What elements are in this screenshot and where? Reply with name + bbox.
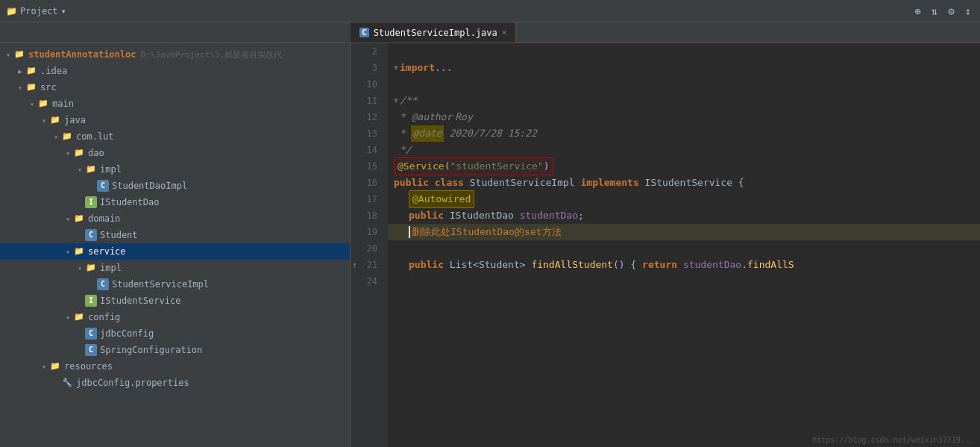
space-21b bbox=[526, 257, 532, 273]
comlut-arrow: ▾ bbox=[51, 133, 61, 141]
comment-text-19: 删除此处IStudentDao的set方法 bbox=[412, 224, 562, 240]
interface-name-16: IStudentService bbox=[645, 175, 732, 191]
service-annotation: @Service bbox=[398, 158, 445, 175]
project-icon: 📁 bbox=[6, 6, 17, 16]
jdbc-config-icon: C bbox=[85, 328, 97, 340]
student-service-impl-label: StudentServiceImpl bbox=[112, 279, 209, 290]
return-kw-21: return bbox=[642, 257, 677, 273]
line-num-12: 12 bbox=[351, 109, 382, 125]
code-line-17: @Autowired bbox=[388, 191, 980, 207]
brace-21: { bbox=[625, 257, 642, 273]
idea-label: .idea bbox=[40, 66, 67, 76]
jdbc-config-label: jdbcConfig bbox=[100, 328, 154, 339]
line-num-3: 3 bbox=[351, 60, 382, 76]
list-type-21: List<Student> bbox=[450, 257, 526, 273]
collapse-icon[interactable]: ↕ bbox=[962, 4, 974, 19]
autowired-annotation: @Autowired bbox=[412, 191, 471, 207]
line-num-24: 24 bbox=[351, 273, 382, 290]
code-line-21: public List<Student> findAllStudent() { … bbox=[388, 257, 980, 273]
tree-item-service[interactable]: ▾ 📁 service bbox=[0, 243, 350, 260]
top-bar: 📁 Project ▾ ⊕ ⇅ ⚙ ↕ bbox=[0, 0, 980, 22]
space-18b bbox=[514, 207, 520, 224]
tree-item-src[interactable]: ▾ 📁 src bbox=[0, 79, 350, 96]
author-tag: @author bbox=[411, 109, 452, 125]
code-line-13: * @date 2020/7/28 15:22 bbox=[388, 125, 980, 142]
tree-item-jdbc-properties[interactable]: 🔧 jdbcConfig.properties bbox=[0, 375, 350, 391]
tree-item-dao[interactable]: ▾ 📁 dao bbox=[0, 145, 350, 161]
code-line-2 bbox=[388, 43, 980, 60]
tree-item-resources[interactable]: ▾ 📁 resources bbox=[0, 358, 350, 375]
istudent-dao-label: IStudentDao bbox=[100, 197, 159, 207]
cursor bbox=[409, 226, 410, 238]
resources-arrow: ▾ bbox=[39, 363, 49, 371]
tree-item-student[interactable]: C Student bbox=[0, 227, 350, 243]
brace-16: { bbox=[732, 175, 744, 191]
space-16a bbox=[429, 175, 435, 191]
tree-item-student-service-impl[interactable]: C StudentServiceImpl bbox=[0, 276, 350, 293]
tree-item-spring-configuration[interactable]: C SpringConfiguration bbox=[0, 342, 350, 358]
service-label: service bbox=[88, 246, 126, 257]
service-string: "studentService" bbox=[450, 158, 543, 175]
autowired-box: @Autowired bbox=[409, 190, 474, 208]
tab-filename: StudentServiceImpl.java bbox=[374, 28, 497, 38]
sort-icon[interactable]: ⇅ bbox=[929, 4, 940, 19]
java-folder-icon: 📁 bbox=[49, 114, 61, 126]
code-lines-container[interactable]: ▼ import ... ▼ /** * @author Roy bbox=[388, 43, 980, 447]
comment-author-star: * bbox=[394, 109, 411, 125]
settings-icon[interactable]: ⚙ bbox=[945, 4, 957, 19]
comment-start: /** bbox=[400, 93, 417, 109]
tree-item-java[interactable]: ▾ 📁 java bbox=[0, 112, 350, 128]
date-tag-highlight: @date bbox=[411, 125, 443, 142]
line-num-17: 17 bbox=[351, 191, 382, 207]
space-21a bbox=[444, 257, 450, 273]
tree-item-main[interactable]: ▾ 📁 main bbox=[0, 96, 350, 112]
main-arrow: ▾ bbox=[27, 100, 37, 108]
code-line-19: 删除此处IStudentDao的set方法 bbox=[388, 224, 980, 240]
tree-item-idea[interactable]: ▶ 📁 .idea bbox=[0, 63, 350, 79]
code-editor[interactable]: 2 3 10 11 12 13 14 15 16 17 18 19 20 21 … bbox=[351, 43, 980, 447]
tab-student-service-impl[interactable]: C StudentServiceImpl.java × bbox=[351, 22, 516, 43]
project-dropdown-arrow[interactable]: ▾ bbox=[61, 6, 66, 16]
tree-item-impl-dao[interactable]: ▾ 📁 impl bbox=[0, 161, 350, 178]
project-label[interactable]: 📁 Project ▾ bbox=[6, 6, 66, 16]
domain-folder-icon: 📁 bbox=[73, 213, 85, 225]
impl-service-folder-icon: 📁 bbox=[85, 262, 97, 274]
code-line-11: ▼ /** bbox=[388, 93, 980, 109]
code-line-16: public class StudentServiceImpl implemen… bbox=[388, 175, 980, 191]
code-line-14: */ bbox=[388, 142, 980, 158]
line-num-16: 16 bbox=[351, 175, 382, 191]
dao-ref-21: studentDao bbox=[683, 257, 741, 273]
tab-class-icon: C bbox=[359, 28, 369, 37]
fold-icon-3[interactable]: ▼ bbox=[394, 60, 398, 76]
line-num-20: 20 bbox=[351, 240, 382, 257]
tree-item-jdbc-config[interactable]: C jdbcConfig bbox=[0, 325, 350, 342]
tree-item-student-dao-impl[interactable]: C StudentDaoImpl bbox=[0, 178, 350, 194]
fold-icon-11[interactable]: ▼ bbox=[394, 93, 398, 109]
add-icon[interactable]: ⊕ bbox=[911, 4, 923, 19]
java-arrow: ▾ bbox=[39, 116, 49, 125]
tree-item-config[interactable]: ▾ 📁 config bbox=[0, 309, 350, 325]
tree-item-domain[interactable]: ▾ 📁 domain bbox=[0, 210, 350, 227]
line-num-21: 21 bbox=[351, 257, 382, 273]
tree-item-istudent-service[interactable]: I IStudentService bbox=[0, 293, 350, 309]
comment-date-star: * bbox=[394, 125, 411, 142]
line-num-11: 11 bbox=[351, 93, 382, 109]
class-name-16: StudentServiceImpl bbox=[470, 175, 575, 191]
tree-item-istudent-dao[interactable]: I IStudentDao bbox=[0, 194, 350, 210]
impl-dao-arrow: ▾ bbox=[75, 166, 85, 174]
tab-close-button[interactable]: × bbox=[502, 28, 507, 37]
space-16d bbox=[639, 175, 645, 191]
domain-label: domain bbox=[88, 213, 120, 224]
field-name-18: studentDao bbox=[520, 207, 578, 224]
tree-root[interactable]: ▾ 📁 studentAnnotationloc D:\JavaProject\… bbox=[0, 46, 350, 63]
tree-item-com-lut[interactable]: ▾ 📁 com.lut bbox=[0, 128, 350, 145]
line-num-13: 13 bbox=[351, 125, 382, 142]
tree-item-impl-service[interactable]: ▾ 📁 impl bbox=[0, 260, 350, 276]
main-label: main bbox=[52, 99, 74, 109]
comlut-label: com.lut bbox=[76, 131, 114, 142]
public-kw-16: public bbox=[394, 175, 429, 191]
student-dao-impl-icon: C bbox=[97, 180, 109, 192]
line-num-18: 18 bbox=[351, 207, 382, 224]
comlut-folder-icon: 📁 bbox=[61, 131, 73, 143]
project-title: Project bbox=[20, 6, 58, 16]
